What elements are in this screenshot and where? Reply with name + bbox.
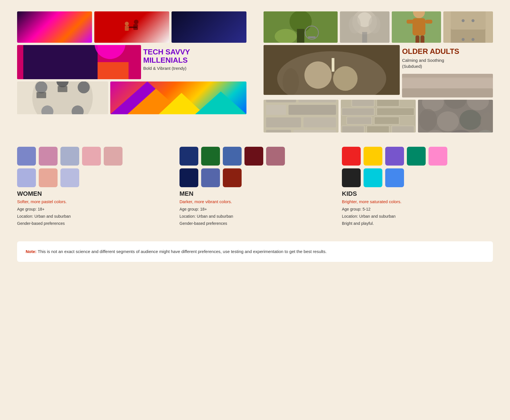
men-swatch-6 xyxy=(179,168,198,187)
older-stone-image xyxy=(264,100,338,132)
svg-point-42 xyxy=(462,19,465,22)
older-subtitle: Calming and Soothing (Subdued) xyxy=(402,57,493,69)
svg-rect-79 xyxy=(392,126,414,132)
svg-rect-36 xyxy=(425,20,432,24)
note-label: Note: xyxy=(26,249,36,254)
svg-rect-37 xyxy=(415,36,419,43)
tablet-svg xyxy=(17,45,141,79)
men-color-row-1 xyxy=(179,147,331,166)
older-brick-image xyxy=(341,100,416,132)
kids-detail: Age group: 5-12 Location: Urban and subu… xyxy=(342,206,493,227)
svg-rect-51 xyxy=(332,58,334,72)
svg-rect-74 xyxy=(377,108,414,115)
dining-svg xyxy=(264,45,400,95)
svg-rect-7 xyxy=(23,45,98,79)
svg-rect-31 xyxy=(362,32,367,43)
svg-point-88 xyxy=(460,110,482,130)
women-swatch-7 xyxy=(39,168,58,187)
svg-rect-64 xyxy=(303,117,336,127)
older-person-image xyxy=(392,11,441,43)
tech-people-image xyxy=(17,81,108,114)
svg-point-12 xyxy=(35,81,48,93)
svg-point-87 xyxy=(437,111,459,131)
men-swatch-1 xyxy=(179,147,198,166)
tech-label: TECH SAVVY MILLENIALS Bold & Vibrant (tr… xyxy=(143,45,246,79)
svg-point-29 xyxy=(349,16,361,33)
svg-rect-66 xyxy=(293,130,336,132)
svg-point-4 xyxy=(125,22,129,26)
svg-rect-35 xyxy=(407,20,413,24)
svg-rect-18 xyxy=(58,86,67,92)
older-garden-image xyxy=(264,11,338,43)
kids-swatch-8 xyxy=(385,168,404,187)
svg-rect-22 xyxy=(297,29,304,43)
tech-tablet-image xyxy=(17,45,141,79)
older-knit-image xyxy=(418,100,493,132)
svg-rect-17 xyxy=(36,92,46,98)
svg-rect-9 xyxy=(98,62,129,79)
men-swatch-3 xyxy=(223,147,242,166)
kids-swatch-1 xyxy=(342,147,361,166)
top-section: TECH SAVVY MILLENIALS Bold & Vibrant (tr… xyxy=(17,11,493,132)
women-title: WOMEN xyxy=(17,190,168,197)
palette-section: WOMEN Softer, more pastel colors. Age gr… xyxy=(17,147,493,227)
svg-rect-73 xyxy=(342,108,374,115)
men-title: MEN xyxy=(179,190,331,197)
older-right-stack: OLDER ADULTS Calming and Soothing (Subdu… xyxy=(402,45,493,97)
women-color-row-2 xyxy=(17,168,168,187)
kids-subtitle: Brighter, more saturated colors. xyxy=(342,199,493,204)
svg-rect-25 xyxy=(308,36,315,38)
tech-colorful-image xyxy=(110,81,246,114)
men-swatch-7 xyxy=(201,168,220,187)
older-title: OLDER ADULTS xyxy=(402,47,493,56)
stone-svg xyxy=(264,100,338,132)
men-subtitle: Darker, more vibrant colors. xyxy=(179,199,331,204)
older-flowers-image xyxy=(340,11,389,43)
svg-rect-71 xyxy=(352,100,374,106)
brick-svg xyxy=(341,100,416,132)
tech-title: TECH SAVVY MILLENIALS xyxy=(143,48,246,64)
women-detail: Age group: 18+ Location: Urban and subur… xyxy=(17,206,168,227)
svg-point-43 xyxy=(472,19,474,22)
blanket-svg xyxy=(402,74,493,97)
svg-rect-58 xyxy=(264,100,338,132)
room-svg xyxy=(443,11,493,43)
svg-rect-57 xyxy=(402,88,493,97)
svg-rect-56 xyxy=(402,77,493,89)
older-dining-image xyxy=(264,45,400,95)
older-top-images xyxy=(264,11,493,43)
tech-bottom-row xyxy=(17,81,246,114)
svg-rect-63 xyxy=(266,117,301,127)
kids-swatch-2 xyxy=(364,147,382,166)
older-panel: OLDER ADULTS Calming and Soothing (Subdu… xyxy=(264,11,493,132)
kids-title: KIDS xyxy=(342,190,493,197)
svg-rect-72 xyxy=(377,100,399,106)
svg-point-30 xyxy=(369,16,381,33)
men-swatch-5 xyxy=(266,147,285,166)
svg-rect-75 xyxy=(347,117,372,124)
women-swatch-2 xyxy=(39,147,58,166)
tech-panel: TECH SAVVY MILLENIALS Bold & Vibrant (tr… xyxy=(17,11,246,132)
men-swatch-8 xyxy=(223,168,242,187)
women-subtitle: Softer, more pastel colors. xyxy=(17,199,168,204)
older-middle: OLDER ADULTS Calming and Soothing (Subdu… xyxy=(264,45,493,97)
older-bottom-images xyxy=(264,100,493,132)
note-section: Note: This is not an exact science and d… xyxy=(17,241,493,262)
tech-office-image xyxy=(94,11,169,43)
kids-swatch-7 xyxy=(364,168,382,187)
tech-top-images xyxy=(17,11,246,43)
older-blanket-image xyxy=(402,74,493,97)
svg-rect-77 xyxy=(342,126,364,132)
office-silhouette xyxy=(121,16,143,38)
people-svg xyxy=(17,81,108,114)
svg-point-44 xyxy=(462,38,465,41)
flowers-svg xyxy=(340,11,389,43)
svg-rect-5 xyxy=(125,26,129,31)
kids-swatch-5 xyxy=(429,147,447,166)
svg-rect-78 xyxy=(367,126,389,132)
svg-point-53 xyxy=(283,68,299,95)
women-palette-group: WOMEN Softer, more pastel colors. Age gr… xyxy=(17,147,168,227)
svg-point-50 xyxy=(333,66,358,91)
tech-subtitle: Bold & Vibrant (trendy) xyxy=(143,66,246,71)
svg-rect-34 xyxy=(413,18,425,36)
